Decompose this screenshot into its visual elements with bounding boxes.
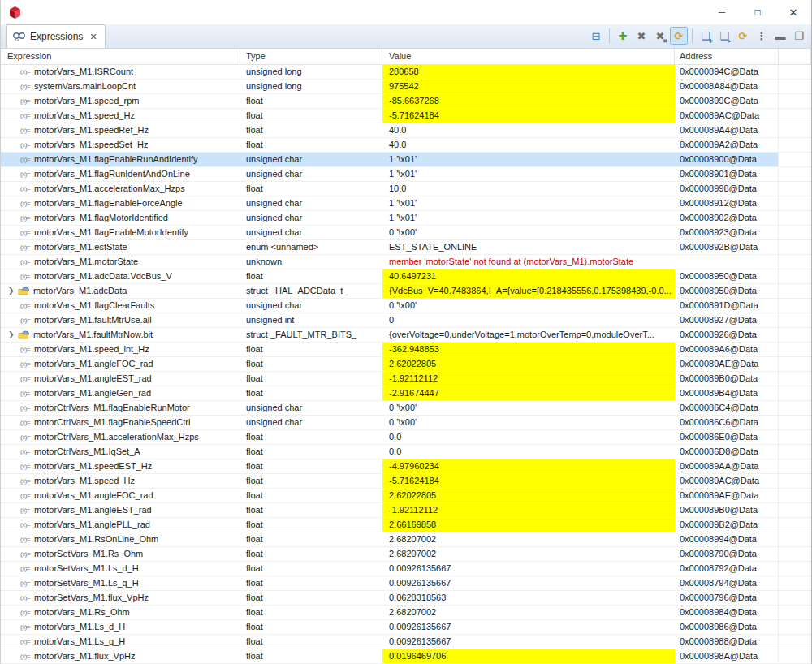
view-menu-button[interactable]: ⋮ [753, 27, 771, 45]
table-row[interactable]: (x)=motorVars_M1.speed_Hzfloat-5.7162418… [1, 474, 811, 489]
tab-expressions[interactable]: Expressions ✕ [6, 24, 106, 48]
value-cell[interactable]: 40.0 [382, 138, 675, 152]
maximize-view-button[interactable]: ❐ [790, 27, 808, 45]
table-row[interactable]: (x)=motorCtrlVars_M1.flagEnableRunMotoru… [1, 401, 811, 416]
table-row[interactable]: (x)=systemVars.mainLoopCntunsigned long9… [1, 80, 811, 94]
value-cell[interactable]: -2.91674447 [382, 386, 675, 400]
column-header-expression[interactable]: Expression [1, 49, 240, 64]
value-cell[interactable]: -85.6637268 [382, 94, 675, 108]
table-row[interactable]: (x)=motorVars_M1.angleFOC_radfloat2.6202… [1, 489, 811, 503]
value-cell[interactable]: 0 '\x00' [382, 299, 675, 313]
value-cell[interactable]: 0.00926135667 [382, 635, 675, 649]
table-row[interactable]: ❯motorVars_M1.adcDatastruct _HAL_ADCData… [1, 284, 811, 299]
value-cell[interactable]: EST_STATE_ONLINE [382, 240, 675, 254]
continuous-refresh-button[interactable]: ⟳ [670, 27, 688, 45]
table-row[interactable]: (x)=motorVars_M1.accelerationMax_Hzpsflo… [1, 182, 811, 196]
value-cell[interactable]: 2.62022805 [382, 489, 675, 502]
value-cell[interactable]: 0.00926135667 [382, 620, 675, 634]
column-header-value[interactable]: Value [382, 49, 675, 64]
table-row[interactable]: (x)=motorSetVars_M1.Rs_Ohmfloat2.6820700… [1, 547, 811, 562]
table-row[interactable]: ❯motorVars_M1.faultMtrNow.bitstruct _FAU… [1, 328, 811, 343]
value-cell[interactable]: -5.71624184 [382, 474, 675, 488]
table-row[interactable]: (x)=motorVars_M1.speed_rpmfloat-85.66372… [1, 94, 811, 109]
table-row[interactable]: (x)=motorVars_M1.angleEST_radfloat-1.921… [1, 503, 811, 518]
value-cell[interactable]: 0.0628318563 [382, 591, 675, 605]
value-cell[interactable]: -4.97960234 [382, 459, 675, 473]
table-row[interactable]: (x)=motorVars_M1.Rs_Ohmfloat2.682070020x… [1, 606, 811, 620]
table-row[interactable]: (x)=motorVars_M1.estStateenum <unnamed>E… [1, 240, 811, 255]
table-row[interactable]: (x)=motorVars_M1.anglePLL_radfloat2.6616… [1, 518, 811, 532]
collapse-all-button[interactable]: ⊟ [587, 27, 605, 45]
table-row[interactable]: (x)=motorVars_M1.flagEnableMotorIdentify… [1, 226, 811, 240]
value-cell[interactable]: 975542 [382, 80, 675, 93]
table-row[interactable]: (x)=motorVars_M1.RsOnLine_Ohmfloat2.6820… [1, 532, 811, 547]
value-cell[interactable]: 0.0196469706 [382, 649, 675, 663]
value-cell[interactable]: 1 '\x01' [382, 211, 675, 225]
table-row[interactable]: (x)=motorVars_M1.flagEnableRunAndIdentif… [1, 153, 811, 167]
value-cell[interactable]: 0 '\x00' [382, 401, 675, 415]
value-cell[interactable]: -362.948853 [382, 343, 675, 356]
table-row[interactable]: (x)=motorVars_M1.motorStateunknownmember… [1, 255, 811, 269]
value-cell[interactable]: 0.0 [382, 430, 675, 444]
column-header-address[interactable]: Address [675, 49, 779, 64]
value-cell[interactable]: 2.68207002 [382, 606, 675, 619]
minimize-view-button[interactable]: ▬ [771, 27, 789, 45]
value-cell[interactable]: 0 [382, 313, 675, 327]
table-row[interactable]: (x)=motorVars_M1.ISRCountunsigned long28… [1, 65, 811, 80]
value-cell[interactable]: 2.66169858 [382, 518, 675, 532]
value-cell[interactable]: member 'motorState' not found at (motorV… [382, 255, 675, 269]
table-row[interactable]: (x)=motorVars_M1.flux_VpHzfloat0.0196469… [1, 649, 811, 664]
table-row[interactable]: (x)=motorVars_M1.flagRunIdentAndOnLineun… [1, 167, 811, 182]
value-cell[interactable]: 1 '\x01' [382, 167, 675, 181]
table-row[interactable]: (x)=motorVars_M1.faultMtrUse.allunsigned… [1, 313, 811, 328]
value-cell[interactable]: 0 '\x00' [382, 226, 675, 239]
table-row[interactable]: (x)=motorSetVars_M1.flux_VpHzfloat0.0628… [1, 591, 811, 606]
table-row[interactable]: (x)=motorVars_M1.Ls_q_Hfloat0.0092613566… [1, 635, 811, 649]
table-row[interactable]: (x)=motorVars_M1.speedSet_Hzfloat40.00x0… [1, 138, 811, 153]
value-cell[interactable]: {VdcBus_V=40.7483864,I_A={value=[0.21843… [382, 284, 675, 298]
tab-close-icon[interactable]: ✕ [89, 32, 97, 42]
table-row[interactable]: (x)=motorVars_M1.angleFOC_radfloat2.6202… [1, 357, 811, 372]
value-cell[interactable]: 0.00926135667 [382, 562, 675, 576]
value-cell[interactable]: 1 '\x01' [382, 196, 675, 210]
value-cell[interactable]: 280658 [382, 65, 675, 79]
value-cell[interactable]: {overVoltage=0,underVoltage=1,motorOverT… [382, 328, 675, 342]
value-cell[interactable]: -5.71624184 [382, 109, 675, 123]
expand-chevron-icon[interactable]: ❯ [8, 284, 18, 298]
value-cell[interactable]: 0.00926135667 [382, 576, 675, 590]
table-row[interactable]: (x)=motorVars_M1.speedEST_Hzfloat-4.9796… [1, 459, 811, 474]
window-maximize-button[interactable]: □ [740, 0, 775, 24]
expand-chevron-icon[interactable]: ❯ [8, 328, 18, 342]
value-cell[interactable]: -1.92112112 [382, 503, 675, 517]
table-row[interactable]: (x)=motorVars_M1.speed_Hzfloat-5.7162418… [1, 109, 811, 123]
table-row[interactable]: (x)=motorVars_M1.flagClearFaultsunsigned… [1, 299, 811, 313]
table-row[interactable]: (x)=motorCtrlVars_M1.flagEnableSpeedCtrl… [1, 416, 811, 430]
window-minimize-button[interactable]: ─ [704, 0, 740, 24]
new-expressions-view-button[interactable]: ❏✚ [697, 27, 715, 45]
table-row[interactable]: (x)=motorVars_M1.angleEST_radfloat-1.921… [1, 372, 811, 386]
table-row[interactable]: (x)=motorVars_M1.speedRef_Hzfloat40.00x0… [1, 123, 811, 138]
value-cell[interactable]: 2.68207002 [382, 547, 675, 561]
pin-view-button[interactable]: ❏➤ [715, 27, 733, 45]
refresh-button[interactable]: ⟳ [734, 27, 752, 45]
column-header-type[interactable]: Type [240, 49, 382, 64]
table-row[interactable]: (x)=motorSetVars_M1.Ls_q_Hfloat0.0092613… [1, 576, 811, 591]
table-row[interactable]: (x)=motorVars_M1.angleGen_radfloat-2.916… [1, 386, 811, 401]
table-row[interactable]: (x)=motorVars_M1.Ls_d_Hfloat0.0092613566… [1, 620, 811, 635]
window-close-button[interactable]: ✕ [775, 0, 811, 24]
value-cell[interactable]: 2.68207002 [382, 532, 675, 546]
value-cell[interactable]: 1 '\x01' [382, 153, 675, 166]
table-row[interactable]: (x)=motorCtrlVars_M1.IqSet_Afloat0.00x00… [1, 445, 811, 459]
table-row[interactable]: (x)=motorVars_M1.adcData.VdcBus_Vfloat40… [1, 269, 811, 284]
table-row[interactable]: (x)=motorVars_M1.speed_int_Hzfloat-362.9… [1, 343, 811, 357]
remove-all-expressions-button[interactable]: ✖✖ [651, 27, 669, 45]
value-cell[interactable]: 40.6497231 [382, 269, 675, 283]
table-row[interactable]: (x)=motorSetVars_M1.Ls_d_Hfloat0.0092613… [1, 562, 811, 576]
value-cell[interactable]: 0 '\x00' [382, 416, 675, 429]
value-cell[interactable]: 40.0 [382, 123, 675, 137]
table-row[interactable]: (x)=motorVars_M1.flagMotorIdentifiedunsi… [1, 211, 811, 226]
table-row[interactable]: (x)=motorCtrlVars_M1.accelerationMax_Hzp… [1, 430, 811, 445]
value-cell[interactable]: 2.62022805 [382, 357, 675, 371]
add-expression-button[interactable]: ✚ [614, 27, 632, 45]
table-row[interactable]: (x)=motorVars_M1.flagEnableForceAngleuns… [1, 196, 811, 211]
